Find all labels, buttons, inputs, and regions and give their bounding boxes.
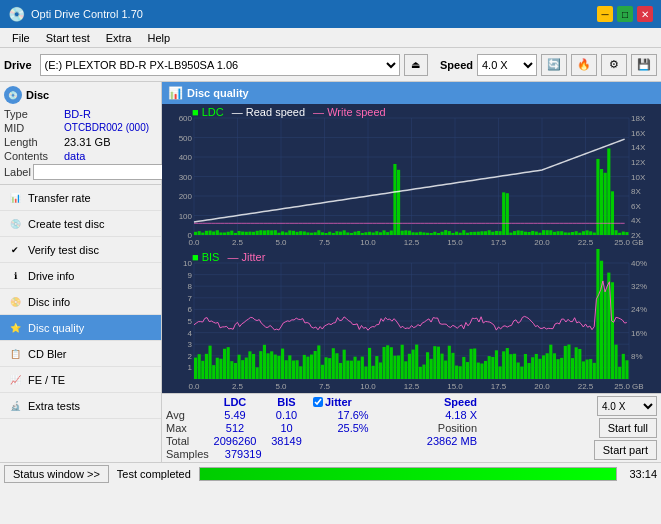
menu-help[interactable]: Help bbox=[139, 30, 178, 46]
eject-button[interactable]: ⏏ bbox=[404, 54, 428, 76]
sidebar-item-cd-bler[interactable]: 📋 CD Bler bbox=[0, 341, 161, 367]
disc-length-row: Length 23.31 GB bbox=[4, 136, 157, 148]
disc-panel: 💿 Disc Type BD-R MID OTCBDR002 (000) Len… bbox=[0, 82, 161, 185]
create-test-disc-icon: 💿 bbox=[8, 217, 22, 231]
disc-label-key: Label bbox=[4, 166, 31, 178]
content-area: 📊 Disc quality ■ LDC — Read speed — Writ… bbox=[162, 82, 661, 462]
sidebar-item-create-test-disc-label: Create test disc bbox=[28, 218, 104, 230]
write-speed-legend: — Write speed bbox=[313, 106, 386, 118]
disc-mid-val: OTCBDR002 (000) bbox=[64, 122, 157, 134]
burn-button[interactable]: 🔥 bbox=[571, 54, 597, 76]
total-bis: 38149 bbox=[264, 435, 309, 447]
jitter-header: Jitter bbox=[325, 396, 352, 408]
disc-length-key: Length bbox=[4, 136, 64, 148]
disc-contents-val: data bbox=[64, 150, 157, 162]
samples-val: 379319 bbox=[225, 448, 262, 460]
menu-extra[interactable]: Extra bbox=[98, 30, 140, 46]
disc-type-row: Type BD-R bbox=[4, 108, 157, 120]
sidebar-item-verify-test-disc[interactable]: ✔ Verify test disc bbox=[0, 237, 161, 263]
disc-info-icon: 📀 bbox=[8, 295, 22, 309]
position-label: Position bbox=[397, 422, 477, 434]
avg-bis: 0.10 bbox=[264, 409, 309, 421]
drive-bar: Drive (E:) PLEXTOR BD-R PX-LB950SA 1.06 … bbox=[0, 48, 661, 82]
right-controls: 4.0 X Start full Start part bbox=[594, 396, 657, 460]
drive-select[interactable]: (E:) PLEXTOR BD-R PX-LB950SA 1.06 bbox=[40, 54, 400, 76]
empty-header bbox=[166, 396, 206, 408]
disc-contents-key: Contents bbox=[4, 150, 64, 162]
sidebar-item-transfer-rate-label: Transfer rate bbox=[28, 192, 91, 204]
bis-header: BIS bbox=[264, 396, 309, 408]
speed-label: Speed bbox=[440, 59, 473, 71]
settings-button[interactable]: ⚙ bbox=[601, 54, 627, 76]
upper-legend: ■ LDC — Read speed — Write speed bbox=[192, 106, 386, 118]
upper-chart-canvas bbox=[162, 104, 661, 249]
start-part-button[interactable]: Start part bbox=[594, 440, 657, 460]
progress-bar bbox=[200, 468, 617, 480]
progress-time: 33:14 bbox=[629, 468, 657, 480]
refresh-button[interactable]: 🔄 bbox=[541, 54, 567, 76]
app-icon: 💿 bbox=[8, 6, 25, 22]
avg-jitter: 17.6% bbox=[313, 409, 393, 421]
minimize-button[interactable]: ─ bbox=[597, 6, 613, 22]
disc-mid-key: MID bbox=[4, 122, 64, 134]
sidebar-item-fe-te[interactable]: 📈 FE / TE bbox=[0, 367, 161, 393]
chart-header: 📊 Disc quality bbox=[162, 82, 661, 104]
disc-icon: 💿 bbox=[4, 86, 22, 104]
disc-type-val: BD-R bbox=[64, 108, 157, 120]
lower-legend: ■ BIS — Jitter bbox=[192, 251, 265, 263]
read-speed-legend: — Read speed bbox=[232, 106, 305, 118]
sidebar-item-disc-info[interactable]: 📀 Disc info bbox=[0, 289, 161, 315]
sidebar-item-disc-quality-label: Disc quality bbox=[28, 322, 84, 334]
sidebar-item-create-test-disc[interactable]: 💿 Create test disc bbox=[0, 211, 161, 237]
max-label: Max bbox=[166, 422, 206, 434]
disc-contents-row: Contents data bbox=[4, 150, 157, 162]
lower-chart-canvas bbox=[162, 249, 661, 393]
sidebar-item-disc-info-label: Disc info bbox=[28, 296, 70, 308]
chart-icon: 📊 bbox=[168, 86, 183, 100]
disc-label-input[interactable] bbox=[33, 164, 166, 180]
max-ldc: 512 bbox=[210, 422, 260, 434]
close-button[interactable]: ✕ bbox=[637, 6, 653, 22]
sidebar-item-disc-quality[interactable]: ⭐ Disc quality bbox=[0, 315, 161, 341]
main-layout: 💿 Disc Type BD-R MID OTCBDR002 (000) Len… bbox=[0, 82, 661, 462]
drive-info-icon: ℹ bbox=[8, 269, 22, 283]
maximize-button[interactable]: □ bbox=[617, 6, 633, 22]
disc-mid-row: MID OTCBDR002 (000) bbox=[4, 122, 157, 134]
verify-test-disc-icon: ✔ bbox=[8, 243, 22, 257]
avg-label: Avg bbox=[166, 409, 206, 421]
samples-label: Samples bbox=[166, 448, 209, 460]
max-jitter: 25.5% bbox=[313, 422, 393, 434]
start-full-button[interactable]: Start full bbox=[599, 418, 657, 438]
position-val: 23862 MB bbox=[397, 435, 477, 447]
sidebar-item-drive-info[interactable]: ℹ Drive info bbox=[0, 263, 161, 289]
menu-start-test[interactable]: Start test bbox=[38, 30, 98, 46]
sidebar-item-extra-tests-label: Extra tests bbox=[28, 400, 80, 412]
total-label: Total bbox=[166, 435, 206, 447]
jitter-checkbox[interactable] bbox=[313, 397, 323, 407]
save-button[interactable]: 💾 bbox=[631, 54, 657, 76]
status-window-button[interactable]: Status window >> bbox=[4, 465, 109, 483]
speed-header: Speed bbox=[397, 396, 477, 408]
fe-te-icon: 📈 bbox=[8, 373, 22, 387]
speed-select[interactable]: 4.0 X bbox=[477, 54, 537, 76]
sidebar-item-verify-test-disc-label: Verify test disc bbox=[28, 244, 99, 256]
menu-bar: File Start test Extra Help bbox=[0, 28, 661, 48]
jitter-legend: — Jitter bbox=[227, 251, 265, 263]
sidebar-item-transfer-rate[interactable]: 📊 Transfer rate bbox=[0, 185, 161, 211]
sidebar-item-extra-tests[interactable]: 🔬 Extra tests bbox=[0, 393, 161, 419]
max-bis: 10 bbox=[264, 422, 309, 434]
stats-table: LDC BIS Jitter Speed Avg 5.49 0.10 bbox=[166, 396, 586, 460]
total-ldc: 2096260 bbox=[210, 435, 260, 447]
app-title: Opti Drive Control 1.70 bbox=[31, 8, 143, 20]
progress-bar-container bbox=[199, 467, 618, 481]
lower-chart: ■ BIS — Jitter bbox=[162, 249, 661, 393]
transfer-rate-icon: 📊 bbox=[8, 191, 22, 205]
upper-chart: ■ LDC — Read speed — Write speed bbox=[162, 104, 661, 249]
ldc-legend: ■ LDC bbox=[192, 106, 224, 118]
extra-tests-icon: 🔬 bbox=[8, 399, 22, 413]
speed-select-2[interactable]: 4.0 X bbox=[597, 396, 657, 416]
disc-label-row: Label ✏ bbox=[4, 164, 157, 180]
menu-file[interactable]: File bbox=[4, 30, 38, 46]
title-bar: 💿 Opti Drive Control 1.70 ─ □ ✕ bbox=[0, 0, 661, 28]
title-bar-left: 💿 Opti Drive Control 1.70 bbox=[8, 6, 143, 22]
